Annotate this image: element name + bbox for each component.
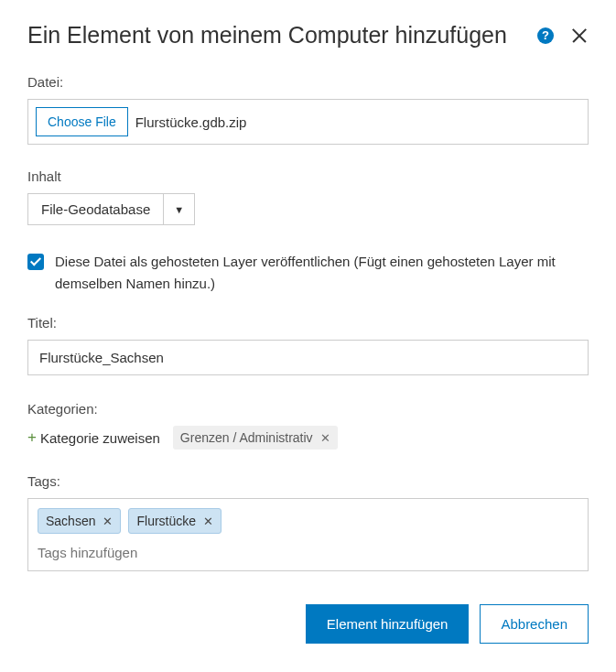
chosen-filename: Flurstücke.gdb.zip xyxy=(135,114,247,130)
remove-tag-icon[interactable]: ✕ xyxy=(203,515,213,528)
close-icon[interactable] xyxy=(570,27,589,45)
tags-label: Tags: xyxy=(27,473,589,489)
publish-checkbox-label: Diese Datei als gehosteten Layer veröffe… xyxy=(55,251,589,295)
choose-file-button[interactable]: Choose File xyxy=(36,107,128,136)
tags-box[interactable]: Sachsen ✕ Flurstücke ✕ xyxy=(27,498,589,571)
tag-chip: Sachsen ✕ xyxy=(38,508,121,534)
tag-chip-label: Flurstücke xyxy=(136,514,196,528)
tag-chip: Flurstücke ✕ xyxy=(128,508,222,534)
publish-checkbox[interactable] xyxy=(27,254,44,270)
assign-category-label: Kategorie zuweisen xyxy=(40,430,160,446)
remove-tag-icon[interactable]: ✕ xyxy=(103,515,113,528)
file-input-row: Choose File Flurstücke.gdb.zip xyxy=(27,99,589,145)
assign-category-button[interactable]: + Kategorie zuweisen xyxy=(27,428,160,447)
add-item-dialog: Ein Element von meinem Computer hinzufüg… xyxy=(0,0,616,671)
dialog-title: Ein Element von meinem Computer hinzufüg… xyxy=(27,22,528,49)
title-input[interactable] xyxy=(27,340,589,375)
categories-row: + Kategorie zuweisen Grenzen / Administr… xyxy=(27,426,589,450)
category-chip-label: Grenzen / Administrativ xyxy=(180,430,313,445)
title-label: Titel: xyxy=(27,315,589,331)
dialog-header: Ein Element von meinem Computer hinzufüg… xyxy=(27,22,589,49)
content-type-select[interactable]: File-Geodatabase ▼ xyxy=(27,193,195,225)
cancel-button[interactable]: Abbrechen xyxy=(480,604,589,644)
dialog-footer: Element hinzufügen Abbrechen xyxy=(27,604,589,644)
categories-label: Kategorien: xyxy=(27,401,589,417)
plus-icon: + xyxy=(27,428,37,447)
chevron-down-icon[interactable]: ▼ xyxy=(163,194,194,224)
help-icon[interactable]: ? xyxy=(537,27,554,44)
remove-category-icon[interactable]: ✕ xyxy=(320,431,330,445)
category-chip: Grenzen / Administrativ ✕ xyxy=(173,426,338,450)
content-type-value: File-Geodatabase xyxy=(28,194,163,224)
publish-checkbox-row: Diese Datei als gehosteten Layer veröffe… xyxy=(27,251,589,295)
file-label: Datei: xyxy=(27,74,589,90)
tags-input[interactable] xyxy=(38,545,578,560)
tag-chip-label: Sachsen xyxy=(46,514,95,528)
tags-list: Sachsen ✕ Flurstücke ✕ xyxy=(38,508,578,534)
content-label: Inhalt xyxy=(27,168,589,184)
add-element-button[interactable]: Element hinzufügen xyxy=(306,604,470,644)
